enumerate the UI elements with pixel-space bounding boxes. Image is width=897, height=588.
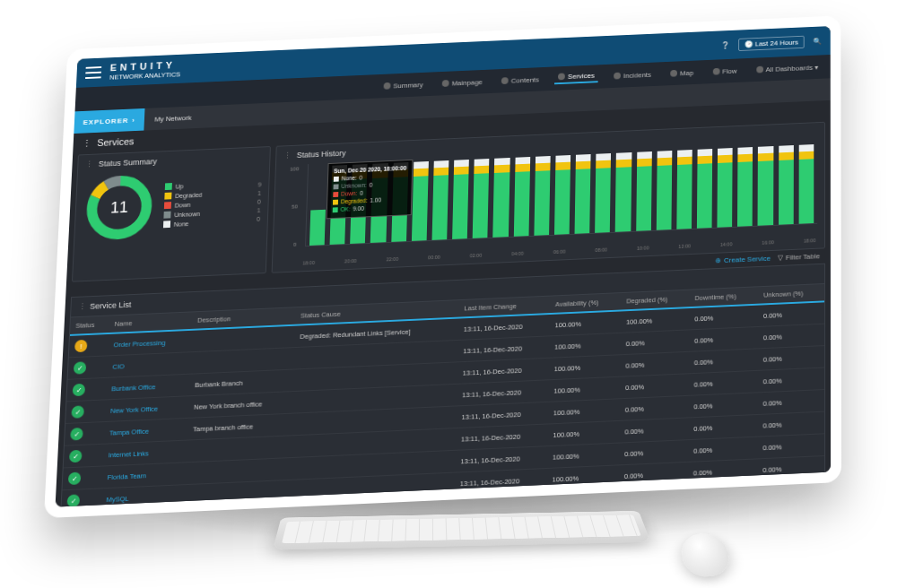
nav-tab-flow[interactable]: Flow <box>710 66 741 75</box>
chart-bar[interactable] <box>595 153 611 233</box>
chart-bar[interactable] <box>431 160 448 240</box>
service-list-panel: Service List StatusNameDescriptionStatus… <box>57 264 825 507</box>
breadcrumb[interactable]: My Network <box>144 113 202 123</box>
status-history-panel: Status History 100500 Sun, Dec 20 2020, … <box>272 122 825 273</box>
chart-yaxis: 100500 <box>280 165 299 260</box>
status-icon: ✓ <box>68 472 82 486</box>
chart-bar[interactable] <box>656 151 672 230</box>
status-icon: ✓ <box>70 428 83 440</box>
nav-icon <box>501 77 509 84</box>
nav-tab-mainpage[interactable]: Mainpage <box>439 78 486 88</box>
chart-bar[interactable] <box>452 160 469 239</box>
nav-tab-summary[interactable]: Summary <box>380 81 427 91</box>
nav-tab-incidents[interactable]: Incidents <box>610 71 655 81</box>
status-icon: ✓ <box>69 450 83 463</box>
status-icon: ✓ <box>74 361 87 374</box>
nav-tab-all-dashboards-[interactable]: All Dashboards ▾ <box>753 63 822 74</box>
chart-bar[interactable] <box>473 159 490 238</box>
filter-table-button[interactable]: ▽ Filter Table <box>778 252 820 262</box>
chart-bar[interactable] <box>309 209 326 246</box>
menu-icon[interactable] <box>85 66 101 79</box>
chart-bar[interactable] <box>493 158 510 238</box>
status-counts: 91010 <box>257 181 262 221</box>
nav-icon <box>558 73 565 80</box>
help-icon[interactable]: ❔ <box>721 41 730 49</box>
nav-icon <box>712 68 719 75</box>
chart-bar[interactable] <box>615 152 631 232</box>
status-legend: UpDegradedDownUnknownNone <box>163 182 203 229</box>
status-donut: 11 <box>82 171 157 245</box>
status-icon: ✓ <box>73 384 86 396</box>
chart-bar[interactable] <box>575 154 591 234</box>
status-icon: ! <box>74 340 88 352</box>
service-name-link[interactable]: MySQL <box>100 485 186 507</box>
chart-tooltip: Sun, Dec 20 2020, 18:00:00 None: 0Unknow… <box>327 160 414 219</box>
nav-icon <box>384 82 391 90</box>
status-icon: ✓ <box>71 405 84 418</box>
search-icon[interactable]: 🔍 <box>813 37 822 45</box>
chart-bar[interactable] <box>412 161 429 241</box>
service-table: StatusNameDescriptionStatus CauseLast It… <box>57 284 824 507</box>
brand: ENTUITY NETWORK ANALYTICS <box>109 59 181 81</box>
chart-bar[interactable] <box>554 155 570 235</box>
nav-tab-services[interactable]: Services <box>554 71 597 83</box>
chart-bar[interactable] <box>758 146 773 226</box>
time-range-picker[interactable]: 🕑 Last 24 Hours <box>738 35 805 50</box>
chart-bars: Sun, Dec 20 2020, 18:00:00 None: 0Unknow… <box>305 142 817 246</box>
chart-bar[interactable] <box>718 148 733 228</box>
nav-icon <box>614 73 621 80</box>
status-total: 11 <box>82 171 157 245</box>
nav-icon <box>670 70 677 77</box>
col-header[interactable]: Status <box>70 316 109 334</box>
chevron-right-icon: › <box>132 116 135 124</box>
chart-bar[interactable] <box>697 149 712 229</box>
chart-bar[interactable] <box>676 150 692 229</box>
chart-bar[interactable] <box>513 157 530 237</box>
chart-bar[interactable] <box>737 147 753 227</box>
chart-bar[interactable] <box>798 144 814 224</box>
explorer-button[interactable]: EXPLORER › <box>74 108 144 134</box>
chart-bar[interactable] <box>534 156 550 236</box>
chart-bar[interactable] <box>779 145 794 225</box>
nav-tab-contents[interactable]: Contents <box>498 75 543 85</box>
chart-bar[interactable] <box>636 151 652 231</box>
nav-icon <box>442 80 449 87</box>
nav-icon <box>756 66 763 74</box>
status-summary-panel: Status Summary 11 UpDegradedDownUnknown <box>72 146 271 282</box>
status-icon: ✓ <box>67 494 81 506</box>
create-service-button[interactable]: ⊕ Create Service <box>715 255 771 264</box>
nav-tab-map[interactable]: Map <box>666 68 697 77</box>
